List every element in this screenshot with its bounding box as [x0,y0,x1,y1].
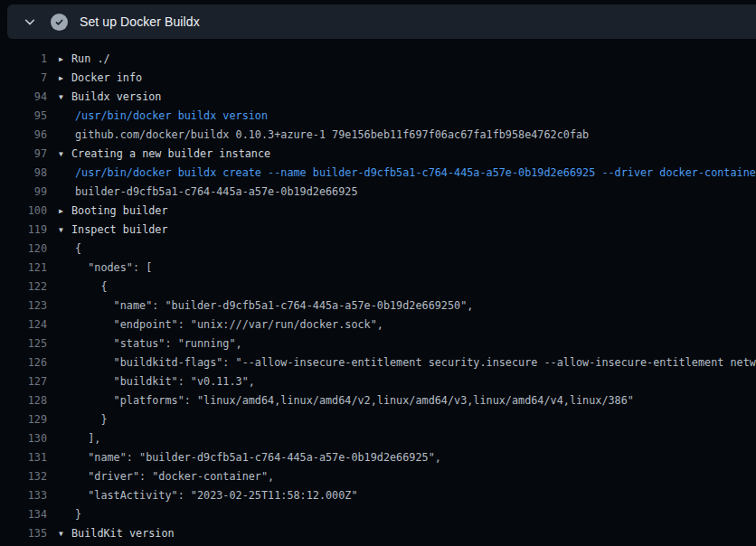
log-line: 123 "name": "builder-d9cfb5a1-c764-445a-… [0,297,756,315]
line-number[interactable]: 125 [0,334,47,353]
triangle-down-icon[interactable]: ▼ [59,145,67,164]
line-number[interactable]: 96 [0,126,47,145]
line-text: ▼Inspect builder [59,221,168,240]
line-number[interactable]: 131 [0,448,47,467]
line-number[interactable]: 128 [0,391,47,410]
line-text: builder-d9cfb5a1-c764-445a-a57e-0b19d2e6… [59,183,358,202]
log-line: 98 /usr/bin/docker buildx create --name … [0,164,756,183]
line-text: ▶Booting builder [59,202,168,221]
group-title[interactable]: BuildKit version [71,524,175,543]
log-group-row[interactable]: 1 ▶Run ./ [0,50,756,69]
log-line: 132 "driver": "docker-container", [0,467,756,486]
log-line: 131 "name": "builder-d9cfb5a1-c764-445a-… [0,448,756,467]
line-number[interactable]: 122 [0,278,47,297]
line-number[interactable]: 133 [0,486,47,505]
log-line: 127 "buildkit": "v0.11.3", [0,372,756,391]
line-text: "buildkit": "v0.11.3", [59,372,255,391]
line-text: /usr/bin/docker buildx version [59,107,268,126]
log-line: 134 } [0,505,756,524]
check-circle-icon [51,14,68,31]
log-line: 99 builder-d9cfb5a1-c764-445a-a57e-0b19d… [0,183,756,202]
group-title[interactable]: Run ./ [71,50,110,69]
line-text: { [59,278,108,297]
line-number[interactable]: 134 [0,505,47,524]
chevron-down-icon[interactable] [20,12,40,32]
log-group-row[interactable]: 97 ▼Creating a new builder instance [0,145,756,164]
line-text: "nodes": [ [59,259,152,278]
line-number[interactable]: 127 [0,372,47,391]
triangle-down-icon[interactable]: ▼ [59,221,67,240]
line-text: "driver": "docker-container", [59,467,274,486]
line-number[interactable]: 126 [0,353,47,372]
line-text: "buildkitd-flags": "--allow-insecure-ent… [59,353,756,372]
log-group-row[interactable]: 135 ▼BuildKit version [0,524,756,543]
line-number[interactable]: 123 [0,297,47,315]
line-text: ▼Creating a new builder instance [59,145,270,164]
line-text: ], [59,429,100,448]
line-text: "lastActivity": "2023-02-25T11:58:12.000… [59,486,358,505]
line-number[interactable]: 135 [0,524,47,543]
line-text: ▼Buildx version [59,88,161,107]
line-number[interactable]: 97 [0,145,47,164]
group-title[interactable]: Buildx version [71,88,161,107]
log-line: 125 "status": "running", [0,334,756,353]
log-line: 133 "lastActivity": "2023-02-25T11:58:12… [0,486,756,505]
log-line: 120 { [0,240,756,259]
line-number[interactable]: 124 [0,315,47,334]
group-title[interactable]: Inspect builder [71,221,168,240]
log-line: 128 "platforms": "linux/amd64,linux/amd6… [0,391,756,410]
line-text: } [59,505,81,524]
line-number[interactable]: 100 [0,202,47,221]
triangle-down-icon[interactable]: ▼ [59,88,67,107]
line-number[interactable]: 98 [0,164,47,183]
line-text: "status": "running", [59,334,242,353]
line-text: "name": "builder-d9cfb5a1-c764-445a-a57e… [59,297,473,315]
line-number[interactable]: 99 [0,183,47,202]
line-text: ▶Docker info [59,69,142,88]
log-line: 124 "endpoint": "unix:///var/run/docker.… [0,315,756,334]
triangle-right-icon[interactable]: ▶ [59,202,67,221]
log-line: 129 } [0,410,756,429]
line-text: "platforms": "linux/amd64,linux/amd64/v2… [59,391,634,410]
line-text: { [59,240,81,259]
line-text: /usr/bin/docker buildx create --name bui… [59,164,756,183]
log-line: 126 "buildkitd-flags": "--allow-insecure… [0,353,756,372]
group-title[interactable]: Creating a new builder instance [71,145,270,164]
group-title[interactable]: Docker info [71,69,142,88]
log-line: 121 "nodes": [ [0,259,756,278]
log-line: 122 { [0,278,756,297]
line-number[interactable]: 7 [0,69,47,88]
triangle-down-icon[interactable]: ▼ [59,524,67,543]
log-group-row[interactable]: 7 ▶Docker info [0,69,756,88]
line-number[interactable]: 129 [0,410,47,429]
line-number[interactable]: 94 [0,88,47,107]
triangle-right-icon[interactable]: ▶ [59,69,67,88]
line-text: } [59,410,108,429]
line-number[interactable]: 120 [0,240,47,259]
line-number[interactable]: 132 [0,467,47,486]
line-number[interactable]: 1 [0,50,47,69]
line-text: "name": "builder-d9cfb5a1-c764-445a-a57e… [59,448,441,467]
line-number[interactable]: 121 [0,259,47,278]
step-header[interactable]: Set up Docker Buildx [7,5,756,39]
line-text: ▶Run ./ [59,50,110,69]
log-line: 130 ], [0,429,756,448]
line-number[interactable]: 130 [0,429,47,448]
line-number[interactable]: 119 [0,221,47,240]
triangle-right-icon[interactable]: ▶ [59,50,67,69]
log-line: 95 /usr/bin/docker buildx version [0,107,756,126]
log-group-row[interactable]: 100 ▶Booting builder [0,202,756,221]
log-group-row[interactable]: 94 ▼Buildx version [0,88,756,107]
group-title[interactable]: Booting builder [71,202,168,221]
log-line: 96 github.com/docker/buildx 0.10.3+azure… [0,126,756,145]
line-number[interactable]: 95 [0,107,47,126]
line-text: ▼BuildKit version [59,524,175,543]
line-text: github.com/docker/buildx 0.10.3+azure-1 … [59,126,589,145]
step-title: Set up Docker Buildx [80,14,200,29]
log-area: 1 ▶Run ./ 7 ▶Docker info 94 ▼Buildx vers… [0,47,756,546]
log-group-row[interactable]: 119 ▼Inspect builder [0,221,756,240]
line-text: "endpoint": "unix:///var/run/docker.sock… [59,315,383,334]
